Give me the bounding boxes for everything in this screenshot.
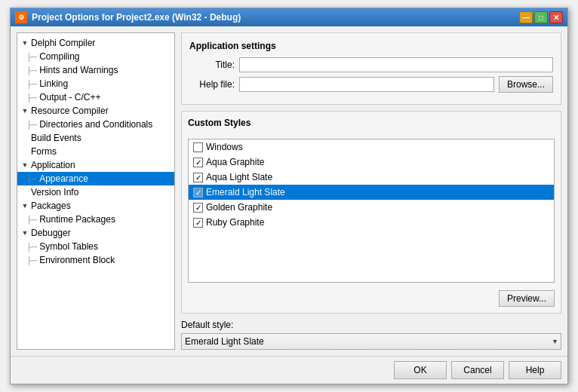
- style-label-aqua-light-slate: Aqua Light Slate: [206, 172, 272, 182]
- window-title: Project Options for Project2.exe (Win32 …: [32, 12, 515, 23]
- tree-item-compiling[interactable]: ├─Compiling: [17, 50, 174, 63]
- tree-panel[interactable]: ▼Delphi Compiler├─Compiling├─Hints and W…: [17, 32, 175, 350]
- tree-label-application: Application: [31, 160, 75, 170]
- maximize-button[interactable]: □: [534, 11, 548, 23]
- close-button[interactable]: ✕: [549, 11, 563, 23]
- window-body: ▼Delphi Compiler├─Compiling├─Hints and W…: [11, 26, 567, 356]
- default-style-wrapper: WindowsAqua GraphiteAqua Light SlateEmer…: [181, 333, 561, 350]
- help-button[interactable]: Help: [509, 361, 561, 379]
- tree-label-output-cpp: Output - C/C++: [39, 92, 100, 103]
- tree-item-environment-block[interactable]: ├─Environment Block: [17, 253, 174, 267]
- custom-styles-group: Custom Styles WindowsAqua GraphiteAqua L…: [181, 111, 561, 314]
- tree-item-runtime-packages[interactable]: ├─Runtime Packages: [17, 213, 174, 226]
- expander-icon-application: ▼: [20, 161, 29, 170]
- tree-label-directories-conditionals: Directories and Conditionals: [39, 119, 152, 130]
- tree-item-appearance[interactable]: ├─Appearance: [17, 172, 174, 185]
- tree-label-appearance: Appearance: [39, 173, 88, 184]
- style-checkbox-golden-graphite[interactable]: [193, 203, 203, 213]
- styles-list[interactable]: WindowsAqua GraphiteAqua Light SlateEmer…: [188, 139, 555, 283]
- tree-item-packages[interactable]: ▼Packages: [17, 199, 174, 213]
- style-checkbox-emerald-light-slate[interactable]: [193, 188, 203, 198]
- tree-item-delphi-compiler[interactable]: ▼Delphi Compiler: [17, 36, 174, 50]
- style-item-ruby-graphite[interactable]: Ruby Graphite: [189, 215, 554, 230]
- helpfile-row: Help file: Browse...: [189, 76, 553, 93]
- tree-label-packages: Packages: [31, 201, 71, 211]
- style-checkbox-aqua-light-slate[interactable]: [193, 173, 203, 182]
- helpfile-input[interactable]: [239, 77, 494, 92]
- right-panel: Application settings Title: Help file: B…: [181, 32, 561, 350]
- tree-item-debugger[interactable]: ▼Debugger: [17, 226, 174, 240]
- tree-label-compiling: Compiling: [39, 51, 79, 62]
- tree-label-resource-compiler: Resource Compiler: [31, 106, 109, 116]
- style-item-aqua-graphite[interactable]: Aqua Graphite: [189, 155, 554, 170]
- style-label-windows: Windows: [206, 142, 243, 152]
- tree-label-build-events: Build Events: [31, 133, 81, 143]
- tree-item-linking[interactable]: ├─Linking: [17, 77, 174, 90]
- tree-item-symbol-tables[interactable]: ├─Symbol Tables: [17, 240, 174, 253]
- dotted-icon: ├─: [26, 121, 37, 129]
- expander-icon-packages: ▼: [20, 201, 29, 210]
- dotted-icon: ├─: [26, 66, 37, 75]
- title-row: Title:: [189, 57, 553, 72]
- tree-label-forms: Forms: [31, 146, 57, 157]
- tree-label-hints-warnings: Hints and Warnings: [39, 65, 118, 75]
- preview-button[interactable]: Preview...: [499, 290, 555, 307]
- dotted-icon: ├─: [26, 80, 37, 88]
- main-window: ⚙ Project Options for Project2.exe (Win3…: [10, 8, 568, 384]
- dotted-icon: ├─: [26, 175, 37, 183]
- custom-styles-title: Custom Styles: [188, 118, 555, 128]
- expander-icon-delphi-compiler: ▼: [20, 38, 29, 47]
- dotted-icon: ├─: [26, 216, 37, 224]
- cancel-button[interactable]: Cancel: [451, 361, 504, 379]
- title-input[interactable]: [239, 57, 553, 72]
- tree-label-linking: Linking: [39, 78, 68, 89]
- style-label-emerald-light-slate: Emerald Light Slate: [206, 187, 285, 198]
- tree-item-forms[interactable]: Forms: [17, 145, 174, 158]
- tree-item-resource-compiler[interactable]: ▼Resource Compiler: [17, 104, 174, 118]
- window-controls: — □ ✕: [519, 11, 563, 23]
- helpfile-label: Help file:: [189, 79, 235, 90]
- ok-button[interactable]: OK: [394, 361, 447, 379]
- style-item-windows[interactable]: Windows: [189, 139, 554, 155]
- title-bar: ⚙ Project Options for Project2.exe (Win3…: [11, 8, 567, 26]
- dotted-icon: ├─: [26, 256, 37, 265]
- tree-item-version-info[interactable]: Version Info: [17, 185, 174, 199]
- app-settings-group: Application settings Title: Help file: B…: [181, 32, 561, 105]
- preview-row: Preview...: [188, 290, 555, 307]
- style-item-golden-graphite[interactable]: Golden Graphite: [189, 200, 554, 215]
- tree-label-delphi-compiler: Delphi Compiler: [31, 38, 95, 48]
- style-item-emerald-light-slate[interactable]: Emerald Light Slate: [189, 185, 554, 200]
- tree-item-build-events[interactable]: Build Events: [17, 131, 174, 145]
- style-label-ruby-graphite: Ruby Graphite: [206, 217, 264, 228]
- title-label: Title:: [189, 60, 235, 70]
- style-checkbox-ruby-graphite[interactable]: [193, 218, 203, 228]
- tree-item-application[interactable]: ▼Application: [17, 158, 174, 172]
- style-checkbox-windows[interactable]: [193, 142, 203, 152]
- bottom-bar: OK Cancel Help: [11, 356, 567, 384]
- minimize-button[interactable]: —: [519, 11, 533, 23]
- window-icon: ⚙: [15, 11, 27, 23]
- dotted-icon: ├─: [26, 53, 37, 61]
- style-item-aqua-light-slate[interactable]: Aqua Light Slate: [189, 170, 554, 185]
- tree-label-environment-block: Environment Block: [39, 255, 115, 265]
- default-style-label: Default style:: [181, 320, 561, 330]
- app-settings-title: Application settings: [189, 41, 553, 51]
- style-label-golden-graphite: Golden Graphite: [206, 202, 272, 213]
- tree-item-output-cpp[interactable]: ├─Output - C/C++: [17, 90, 174, 104]
- tree-label-runtime-packages: Runtime Packages: [39, 214, 115, 225]
- browse-button[interactable]: Browse...: [499, 76, 553, 93]
- style-label-aqua-graphite: Aqua Graphite: [206, 157, 264, 167]
- tree-label-version-info: Version Info: [31, 187, 78, 198]
- tree-label-debugger: Debugger: [31, 228, 71, 238]
- tree-item-hints-warnings[interactable]: ├─Hints and Warnings: [17, 63, 174, 77]
- expander-icon-resource-compiler: ▼: [20, 106, 29, 115]
- expander-icon-debugger: ▼: [20, 228, 29, 237]
- default-style-select[interactable]: WindowsAqua GraphiteAqua Light SlateEmer…: [181, 333, 561, 350]
- default-style-section: Default style: WindowsAqua GraphiteAqua …: [181, 320, 561, 350]
- style-checkbox-aqua-graphite[interactable]: [193, 158, 203, 167]
- tree-item-directories-conditionals[interactable]: ├─Directories and Conditionals: [17, 118, 174, 131]
- dotted-icon: ├─: [26, 93, 37, 102]
- dotted-icon: ├─: [26, 243, 37, 251]
- tree-label-symbol-tables: Symbol Tables: [39, 241, 98, 252]
